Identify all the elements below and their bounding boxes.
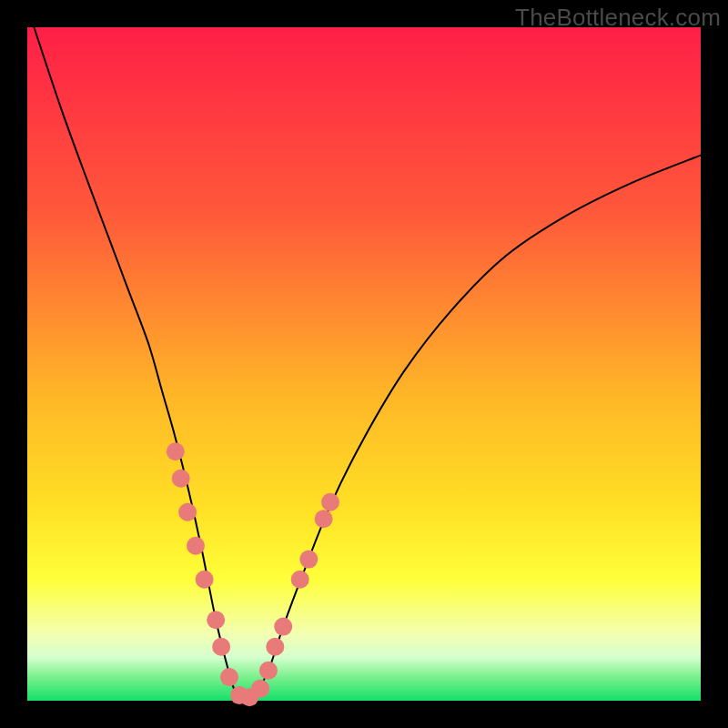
data-marker [187,537,205,555]
data-marker [167,442,185,460]
data-marker [259,662,278,680]
data-marker [220,668,238,686]
plot-area [27,27,701,701]
data-marker [172,470,190,488]
data-marker [266,638,284,656]
data-marker [212,638,230,656]
data-marker [315,510,333,528]
chart-frame: TheBottleneck.com [0,0,728,728]
data-marker [251,680,269,698]
data-marker [207,611,225,629]
data-marker [274,618,292,636]
watermark-text: TheBottleneck.com [515,4,721,32]
data-marker [196,571,214,589]
data-marker [178,503,197,521]
chart-canvas [0,0,728,728]
data-marker [321,493,339,511]
data-marker [291,571,309,589]
data-marker [299,551,318,569]
